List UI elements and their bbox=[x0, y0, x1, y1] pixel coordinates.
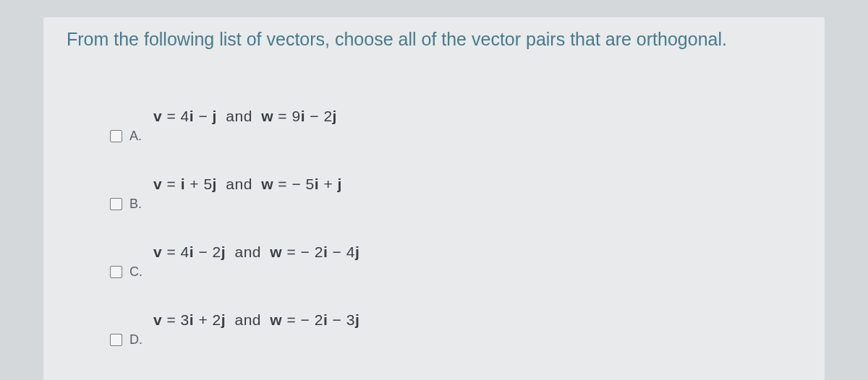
eq-part: = − 5 bbox=[273, 176, 315, 192]
option-d-selector: D. bbox=[110, 332, 147, 347]
eq-part: = 3 bbox=[162, 311, 190, 328]
eq-part: = − 2 bbox=[282, 243, 323, 260]
option-c-equation: v = 4i − 2j and w = − 2i − 4j bbox=[153, 243, 359, 261]
option-c-checkbox[interactable] bbox=[110, 266, 122, 278]
option-d: v = 3i + 2j and w = − 2i − 3j D. bbox=[110, 311, 801, 347]
option-c-letter: C. bbox=[129, 264, 147, 280]
option-b-checkbox[interactable] bbox=[110, 198, 122, 210]
eq-part: + 2 bbox=[194, 311, 221, 328]
eq-part: v bbox=[153, 311, 162, 328]
eq-part: j bbox=[213, 176, 217, 192]
eq-part: − bbox=[194, 108, 212, 124]
eq-part: = 4 bbox=[162, 108, 190, 124]
eq-part: w bbox=[270, 311, 282, 328]
options-list: v = 4i − j and w = 9i − 2j A. v = i + 5j… bbox=[110, 108, 801, 347]
eq-part: j bbox=[221, 243, 226, 260]
option-a-equation: v = 4i − j and w = 9i − 2j bbox=[153, 108, 337, 125]
option-b: v = i + 5j and w = − 5i + j B. bbox=[110, 176, 801, 212]
eq-part: and bbox=[230, 243, 265, 260]
option-d-letter: D. bbox=[129, 332, 147, 347]
eq-part: w bbox=[261, 176, 273, 192]
eq-part: and bbox=[221, 176, 257, 192]
eq-part: − 3 bbox=[328, 311, 355, 328]
eq-part: j bbox=[221, 311, 226, 328]
eq-part: = 4 bbox=[162, 243, 190, 260]
eq-part: − 2 bbox=[305, 108, 333, 124]
option-c: v = 4i − 2j and w = − 2i − 4j C. bbox=[110, 243, 801, 280]
option-d-equation: v = 3i + 2j and w = − 2i − 3j bbox=[153, 311, 359, 329]
eq-part: j bbox=[355, 243, 359, 260]
eq-part: = − 2 bbox=[282, 311, 323, 328]
option-b-equation: v = i + 5j and w = − 5i + j bbox=[153, 176, 342, 193]
eq-part: + 5 bbox=[185, 176, 213, 192]
eq-part: − 2 bbox=[194, 243, 221, 260]
eq-part: j bbox=[213, 108, 217, 124]
eq-part: − 4 bbox=[328, 243, 355, 260]
option-b-selector: B. bbox=[110, 197, 147, 212]
eq-part: j bbox=[338, 176, 342, 192]
question-container: From the following list of vectors, choo… bbox=[43, 17, 825, 380]
eq-part: = 9 bbox=[273, 108, 301, 124]
eq-part: and bbox=[230, 311, 265, 328]
eq-part: w bbox=[261, 108, 273, 124]
eq-part: v bbox=[153, 176, 162, 192]
option-a-letter: A. bbox=[129, 129, 147, 144]
eq-part: w bbox=[270, 243, 282, 260]
eq-part: j bbox=[355, 311, 359, 328]
eq-part: j bbox=[333, 108, 337, 124]
question-text: From the following list of vectors, choo… bbox=[67, 29, 801, 50]
option-a-selector: A. bbox=[110, 129, 147, 144]
eq-part: v bbox=[153, 108, 162, 124]
option-c-selector: C. bbox=[110, 264, 147, 280]
option-b-letter: B. bbox=[129, 197, 147, 212]
eq-part: v bbox=[153, 243, 162, 260]
eq-part: + bbox=[319, 176, 337, 192]
option-a-checkbox[interactable] bbox=[110, 130, 122, 142]
eq-part: and bbox=[221, 108, 257, 124]
option-d-checkbox[interactable] bbox=[110, 334, 122, 346]
option-a: v = 4i − j and w = 9i − 2j A. bbox=[110, 108, 801, 144]
eq-part: = bbox=[162, 176, 180, 192]
